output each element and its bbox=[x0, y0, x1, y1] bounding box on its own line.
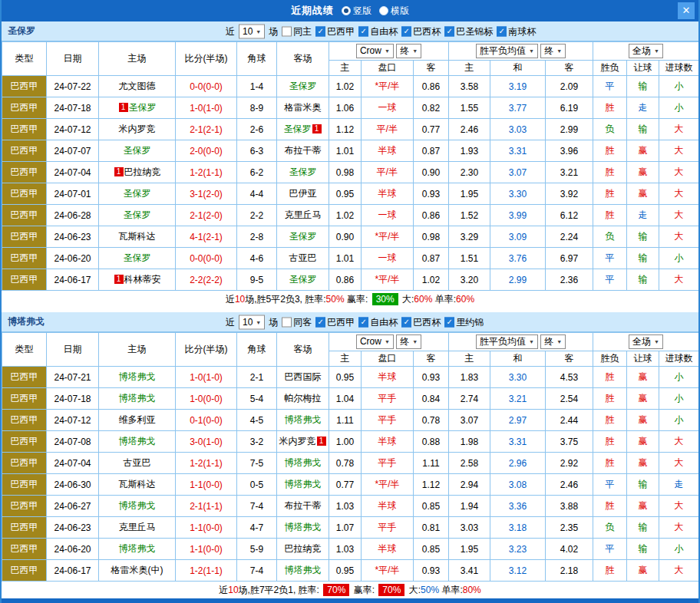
europe-time-select[interactable]: 终▼ bbox=[540, 334, 566, 349]
corner-cell: 4-4 bbox=[237, 183, 277, 205]
europe-draw-odds: 2.97 bbox=[490, 410, 546, 431]
team-text: 维多利亚 bbox=[119, 414, 156, 425]
date-cell: 24-07-01 bbox=[47, 183, 99, 205]
table-row: 巴西甲24-06-20博塔弗戈1-1(0-0)5-9巴拉纳竞1.03半球0.85… bbox=[2, 539, 699, 560]
europe-odds-select[interactable]: 胜平负均值▼ bbox=[476, 334, 538, 349]
table-row: 巴西甲24-07-041巴拉纳竞1-2(1-1)6-2圣保罗0.98平/半0.9… bbox=[2, 162, 699, 183]
team-text: 圣保罗 bbox=[289, 274, 317, 285]
asia-away-odds: 0.77 bbox=[414, 119, 449, 140]
asian-time-select[interactable]: 终▼ bbox=[396, 44, 421, 58]
result-group: 全场▼ bbox=[593, 42, 699, 61]
home-team-cell: 1圣保罗 bbox=[99, 97, 176, 119]
asia-away-odds: 1.11 bbox=[414, 453, 449, 474]
league-checkbox[interactable]: ✓巴西甲 bbox=[315, 25, 355, 38]
date-cell: 24-07-18 bbox=[47, 388, 99, 410]
europe-draw-odds: 3.36 bbox=[490, 496, 546, 517]
europe-home-odds: 2.30 bbox=[449, 162, 490, 183]
asia-home-odds: 1.00 bbox=[329, 431, 362, 453]
goals-result-cell: 走 bbox=[659, 474, 699, 496]
score-cell: 1-2(1-1) bbox=[176, 453, 237, 474]
league-checkbox[interactable]: ✓里约锦 bbox=[444, 315, 484, 328]
corner-cell: 4-6 bbox=[237, 248, 277, 269]
fulltime-select[interactable]: 全场▼ bbox=[629, 44, 663, 58]
europe-away-odds: 3.96 bbox=[546, 140, 593, 162]
league-checkbox[interactable]: ✓南球杯 bbox=[497, 25, 536, 38]
fulltime-select[interactable]: 全场▼ bbox=[629, 334, 663, 349]
team-text: 巴拉纳竞 bbox=[124, 166, 161, 177]
league-checkbox[interactable]: ✓巴圣锦标 bbox=[444, 25, 493, 38]
asia-handicap: 平手 bbox=[362, 517, 414, 539]
layout-vertical-radio[interactable]: 竖版 bbox=[342, 5, 371, 18]
subcol-handicap: 盘口 bbox=[362, 61, 414, 76]
summary-bar: 近10场,胜7平2负1, 胜率: 70% 赢率: 70% 大:50% 单率:80… bbox=[2, 582, 698, 598]
table-row: 巴西甲24-06-30瓦斯科达1-1(0-0)0-5博塔弗戈0.77*平/半1.… bbox=[2, 474, 699, 496]
league-checkbox[interactable]: ✓巴西甲 bbox=[315, 315, 355, 328]
summary-segment: 70% bbox=[378, 584, 404, 596]
match-count-select[interactable]: 10 ▼ bbox=[239, 315, 265, 329]
match-count-select[interactable]: 10 ▼ bbox=[239, 24, 265, 38]
select-value: 胜平负均值 bbox=[480, 44, 526, 58]
league-cell: 巴西甲 bbox=[2, 388, 47, 410]
same-venue-checkbox[interactable]: 同主 bbox=[282, 25, 312, 38]
asia-away-odds: 0.84 bbox=[414, 388, 449, 410]
checkbox-unchecked-icon bbox=[282, 26, 292, 36]
team-text: 博塔弗戈 bbox=[119, 436, 156, 446]
near-label: 近 bbox=[226, 25, 235, 38]
subcol-handicap-result: 让球 bbox=[627, 351, 659, 367]
table-row: 巴西甲24-06-17格雷米奥(中)1-2(1-1)7-4博塔弗戈0.95*平/… bbox=[2, 560, 699, 582]
league-cell: 巴西甲 bbox=[2, 496, 47, 517]
league-checkbox[interactable]: ✓自由杯 bbox=[358, 315, 398, 328]
europe-home-odds: 1.95 bbox=[449, 539, 490, 560]
home-team-cell: 博塔弗戈 bbox=[99, 496, 176, 517]
europe-home-odds: 1.95 bbox=[449, 183, 490, 205]
asia-away-odds: 0.93 bbox=[414, 560, 449, 582]
corner-cell: 5-9 bbox=[237, 539, 277, 560]
corner-cell: 1-4 bbox=[237, 76, 277, 97]
asia-handicap: 半球 bbox=[362, 367, 414, 388]
result-cell: 胜 bbox=[593, 431, 627, 453]
select-value: 10 bbox=[243, 317, 253, 328]
asia-away-odds: 0.86 bbox=[414, 205, 449, 226]
corner-cell: 8-9 bbox=[237, 97, 277, 119]
handicap-result-cell: 输 bbox=[627, 474, 659, 496]
home-team-cell: 尤文图德 bbox=[99, 76, 176, 97]
asia-handicap: 半球 bbox=[362, 183, 414, 205]
close-button[interactable]: ✕ bbox=[678, 2, 695, 19]
home-team-cell: 圣保罗 bbox=[99, 183, 176, 205]
asia-home-odds: 1.01 bbox=[329, 248, 362, 269]
league-checkbox[interactable]: ✓巴西杯 bbox=[401, 25, 441, 38]
same-venue-checkbox[interactable]: 同客 bbox=[282, 315, 312, 328]
league-label: 巴西杯 bbox=[413, 315, 441, 328]
europe-draw-odds: 3.23 bbox=[490, 539, 546, 560]
europe-time-select[interactable]: 终▼ bbox=[540, 44, 566, 58]
league-checkbox[interactable]: ✓巴西杯 bbox=[401, 315, 441, 328]
result-cell: 胜 bbox=[593, 162, 627, 183]
score-cell: 2-1(2-0) bbox=[176, 205, 237, 226]
handicap-result-cell: 走 bbox=[627, 97, 659, 119]
asia-handicap: *平/半 bbox=[362, 560, 414, 582]
result-cell: 胜 bbox=[593, 367, 627, 388]
table-body: 巴西甲24-07-22尤文图德0-0(0-0)1-4圣保罗1.02*平/半0.8… bbox=[2, 76, 699, 291]
summary-segment: 近 bbox=[226, 293, 235, 306]
asia-handicap: 一球 bbox=[362, 248, 414, 269]
europe-away-odds: 6.97 bbox=[546, 248, 593, 269]
europe-odds-select[interactable]: 胜平负均值▼ bbox=[476, 44, 538, 58]
league-checkbox[interactable]: ✓自由杯 bbox=[358, 25, 398, 38]
odds-company-select[interactable]: Crow▼ bbox=[356, 44, 394, 58]
titlebar: 近期战绩 竖版 横版 ✕ bbox=[2, 0, 698, 21]
europe-away-odds: 3.21 bbox=[546, 162, 593, 183]
odds-company-select[interactable]: Crow▼ bbox=[356, 334, 394, 349]
europe-away-odds: 2.35 bbox=[546, 517, 593, 539]
select-value: 胜平负均值 bbox=[480, 335, 526, 348]
asian-time-select[interactable]: 终▼ bbox=[396, 334, 421, 349]
away-team-cell: 巴西国际 bbox=[277, 367, 329, 388]
layout-horizontal-radio[interactable]: 横版 bbox=[379, 5, 409, 18]
date-cell: 24-07-22 bbox=[47, 76, 99, 97]
europe-draw-odds: 3.08 bbox=[490, 474, 546, 496]
subcol-eu-home: 主 bbox=[449, 61, 490, 76]
summary-segment: 50% bbox=[421, 585, 439, 595]
team-text: 古亚巴 bbox=[124, 457, 151, 468]
league-cell: 巴西甲 bbox=[2, 410, 47, 431]
corner-cell: 6-2 bbox=[237, 162, 277, 183]
team-text: 布拉干蒂 bbox=[285, 500, 322, 511]
